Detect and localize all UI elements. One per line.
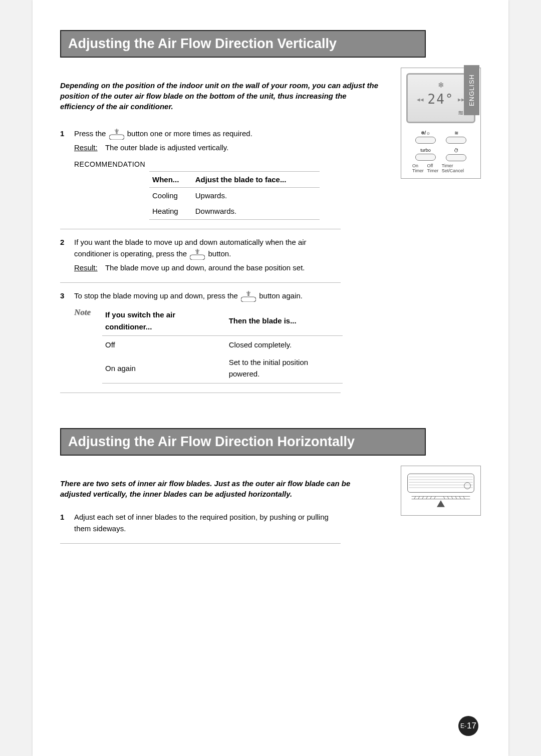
step1-pre: Press the [74,129,106,138]
step-h1: 1 Adjust each set of inner blades to the… [60,508,341,544]
mode-button[interactable] [415,137,436,144]
section-title-vertical: Adjusting the Air Flow Direction Vertica… [60,30,426,58]
table-row: Cooling Upwards. [149,188,320,204]
step-body: Adjust each set of inner blades to the r… [74,511,341,535]
note-th-then: Then the blade is... [226,306,343,335]
svg-rect-2 [241,297,256,302]
svg-rect-1 [190,255,205,260]
table-row: On again Set to the initial position pow… [102,353,343,383]
section2: Adjusting the Air Flow Direction Horizon… [60,428,481,544]
step-body: If you want the blade to move up and dow… [74,236,341,274]
indoor-unit-icon [406,471,475,508]
turbo-icon: turbo [415,148,436,153]
section-title-horizontal: Adjusting the Air Flow Direction Horizon… [60,428,426,456]
remote-button-grid: ❄/☼ ≋ turbo ⏱ [406,130,475,161]
swing-button-icon [241,291,256,302]
step-body: Press the button one or more times as re… [74,128,341,220]
step2-post: button. [208,249,231,258]
step-2: 2 If you want the blade to move up and d… [60,229,341,283]
temperature-display: 24° [428,90,454,109]
indoor-unit-figure [401,466,481,516]
note-label: Note [74,306,102,383]
step-number: 1 [60,128,74,220]
page-number-prefix: E- [460,722,466,729]
step-number: 1 [60,511,74,535]
svg-point-9 [464,482,471,489]
result-label: Result: [74,262,103,273]
svg-rect-3 [408,474,474,492]
rec-th-adjust: Adjust the blade to face... [192,171,320,187]
rec-th-when: When... [149,171,192,187]
mode-icon: ❄/☼ [415,130,436,136]
step-body: To stop the blade moving up and down, pr… [74,290,343,383]
steps-list-2: 1 Adjust each set of inner blades to the… [60,508,341,544]
steps-list: 1 Press the button one or more times as … [60,121,341,393]
section1-intro: Depending on the position of the indoor … [60,80,381,112]
arrow-left-icon: ◂◂ [417,96,424,103]
swing-indicator-icon: ≋ [446,130,466,136]
swing-button-icon [109,129,124,140]
recommendation-table: When... Adjust the blade to face... Cool… [149,171,320,220]
step3-post: button again. [259,291,303,300]
recommendation-label: RECOMMENDATION [74,159,341,170]
swing-button[interactable] [446,137,466,144]
clock-icon: ⏱ [446,148,466,153]
timer-labels: On Timer Off Timer Timer Set/Cancel [406,163,475,173]
section1-content: Depending on the position of the indoor … [60,58,481,393]
step-3: 3 To stop the blade moving up and down, … [60,282,341,393]
page-number-badge: E-17 [458,716,478,736]
step3-pre: To stop the blade moving up and down, pr… [74,291,238,300]
page-number: 17 [467,721,476,731]
note-table: If you switch the air conditioner... The… [102,306,343,383]
step1-post: button one or more times as required. [127,129,252,138]
result-label: Result: [74,142,103,153]
table-row: Heating Downwards. [149,203,320,219]
step-1: 1 Press the button one or more times as … [60,121,341,229]
step2-result: The blade move up and down, around the b… [105,263,305,272]
note-th-if: If you switch the air conditioner... [102,306,226,335]
section2-intro: There are two sets of inner air flow bla… [60,478,381,499]
swing-button-icon [190,249,205,260]
timer-button[interactable] [446,154,466,161]
step-number: 3 [60,290,74,383]
manual-page: ENGLISH Adjusting the Air Flow Direction… [33,0,508,756]
svg-rect-0 [109,135,124,140]
step1-result: The outer blade is adjusted vertically. [105,143,229,152]
table-row: Off Closed completely. [102,335,343,353]
language-tab: ENGLISH [464,65,479,115]
step-number: 2 [60,236,74,274]
note-block: Note If you switch the air conditioner..… [74,306,343,383]
svg-marker-10 [437,500,445,507]
turbo-button[interactable] [415,154,436,161]
